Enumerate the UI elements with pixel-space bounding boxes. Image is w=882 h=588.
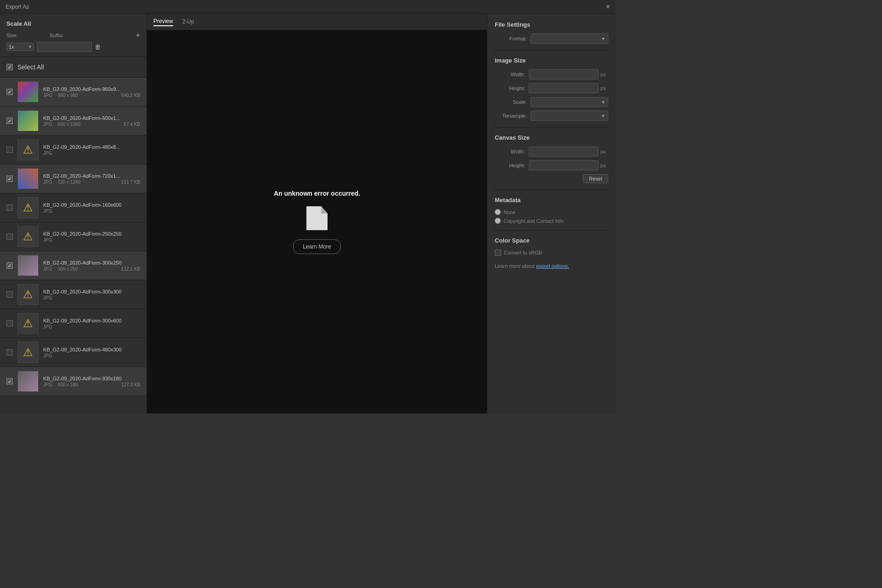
item-meta: JPG960 x 960640.2 KB [43,93,140,98]
convert-srgb-row[interactable]: Convert to sRGB [495,249,608,256]
warning-icon: ⚠ [23,201,33,214]
list-item[interactable]: ⚠KB_G2-09_2020-AdForm-160x600JPG [0,193,147,222]
item-info: KB_G2-09_2020-AdForm-480x8...JPG [43,144,140,156]
item-checkbox[interactable] [6,175,13,182]
item-name: KB_G2-09_2020-AdForm-300x250 [43,260,140,266]
tab-preview[interactable]: Preview [153,18,173,26]
metadata-title: Metadata [495,197,608,204]
trash-button[interactable]: 🗑 [95,43,101,51]
item-checkbox[interactable] [6,204,13,211]
item-checkbox[interactable] [6,147,13,153]
export-options-link[interactable]: export options. [536,263,569,269]
preview-area: An unknown error occurred. Learn More [147,30,487,413]
list-item[interactable]: KB_G2-09_2020-AdForm-300x250JPG300 x 250… [0,251,147,280]
item-size: 112.1 KB [121,266,140,271]
preview-tabs: Preview 2-Up [147,14,487,30]
canvas-width-unit: px [600,149,608,154]
canvas-height-input[interactable] [529,160,599,170]
item-size: 211.7 KB [121,180,140,185]
canvas-width-input[interactable] [529,147,599,157]
metadata-none-row[interactable]: None [495,209,608,215]
scale-select-wrapper: ▼ [531,97,608,107]
item-name: KB_G2-09_2020-AdForm-720x1... [43,173,140,179]
item-info: KB_G2-09_2020-AdForm-480x300JPG [43,347,140,358]
img-resample-label: Resample: [495,113,527,119]
item-name: KB_G2-09_2020-AdForm-480x8... [43,144,140,150]
select-all-row[interactable]: Select All [0,57,147,78]
size-select[interactable]: 1x 0.5x 2x 3x 4x [6,43,34,51]
item-name: KB_G2-09_2020-AdForm-300x300 [43,289,140,294]
list-item[interactable]: ⚠KB_G2-09_2020-AdForm-480x8...JPG [0,136,147,164]
convert-srgb-checkbox[interactable] [495,249,501,256]
suffix-label: Suffix: [50,33,66,38]
add-button[interactable]: + [136,32,140,39]
item-checkbox[interactable] [6,262,13,269]
list-item[interactable]: KB_G2-09_2020-AdForm-960x9...JPG960 x 96… [0,78,147,107]
resample-select[interactable] [531,111,608,121]
item-dims: 300 x 250 [57,266,78,271]
img-height-row: Height: px [495,83,608,93]
reset-button[interactable]: Reset [583,174,608,183]
canvas-height-row: Height: px [495,160,608,170]
list-item[interactable]: KB_G2-09_2020-AdForm-930x180JPG930 x 180… [0,367,147,396]
img-width-input[interactable] [529,69,599,79]
item-checkbox[interactable] [6,118,13,124]
warning-icon: ⚠ [23,143,33,156]
item-name: KB_G2-09_2020-AdForm-600x1... [43,115,140,121]
select-all-label: Select All [17,63,44,71]
item-name: KB_G2-09_2020-AdForm-930x180 [43,376,140,381]
item-size: 640.2 KB [121,93,140,98]
item-meta: JPG600 x 108067.4 KB [43,122,140,127]
item-list: KB_G2-09_2020-AdForm-960x9...JPG960 x 96… [0,78,147,413]
tab-2up[interactable]: 2-Up [182,18,194,26]
learn-more-prefix: Learn more about [495,263,535,269]
divider-1 [495,50,608,51]
item-type: JPG [43,295,52,300]
item-meta: JPG [43,151,140,156]
size-select-wrapper: 1x 0.5x 2x 3x 4x ▼ [6,43,34,51]
item-checkbox[interactable] [6,320,13,327]
img-height-input[interactable] [529,83,599,93]
item-checkbox[interactable] [6,378,13,384]
scale-select[interactable] [531,97,608,107]
item-info: KB_G2-09_2020-AdForm-960x9...JPG960 x 96… [43,86,140,98]
item-thumbnail: ⚠ [17,284,39,305]
item-thumbnail: ⚠ [17,313,39,334]
learn-more-button[interactable]: Learn More [293,239,340,254]
item-type: JPG [43,209,52,214]
item-checkbox[interactable] [6,233,13,240]
select-all-checkbox[interactable] [6,64,13,70]
img-width-label: Width: [495,72,525,77]
convert-srgb-label: Convert to sRGB [504,250,542,255]
format-select-wrapper: ▼ [531,34,608,44]
item-thumbnail: ⚠ [17,226,39,247]
metadata-copyright-row[interactable]: Copyright and Contact Info [495,218,608,224]
item-thumbnail [17,371,39,392]
list-item[interactable]: ⚠KB_G2-09_2020-AdForm-300x600JPG [0,309,147,338]
metadata-none-label: None [503,209,515,215]
list-item[interactable]: ⚠KB_G2-09_2020-AdForm-250x250JPG [0,222,147,251]
item-checkbox[interactable] [6,349,13,356]
item-dims: 930 x 180 [57,382,78,387]
list-item[interactable]: KB_G2-09_2020-AdForm-720x1...JPG720 x 12… [0,164,147,193]
item-dims: 600 x 1080 [57,122,80,127]
img-resample-row: Resample: ▼ [495,111,608,121]
item-meta: JPG930 x 180127.3 KB [43,382,140,387]
item-info: KB_G2-09_2020-AdForm-250x250JPG [43,231,140,243]
list-item[interactable]: ⚠KB_G2-09_2020-AdForm-480x300JPG [0,338,147,367]
item-size: 67.4 KB [124,122,140,127]
metadata-none-radio[interactable] [495,209,501,215]
item-checkbox[interactable] [6,291,13,298]
item-checkbox[interactable] [6,89,13,95]
metadata-copyright-radio[interactable] [495,218,501,224]
suffix-input[interactable] [37,42,92,52]
list-item[interactable]: KB_G2-09_2020-AdForm-600x1...JPG600 x 10… [0,107,147,136]
close-button[interactable]: × [606,3,610,11]
item-name: KB_G2-09_2020-AdForm-960x9... [43,86,140,92]
item-meta: JPG [43,295,140,300]
format-select[interactable] [531,34,608,44]
right-panel: File Settings Format: ▼ Image Size Width… [487,14,616,413]
list-item[interactable]: ⚠KB_G2-09_2020-AdForm-300x300JPG [0,280,147,309]
color-space-title: Color Space [495,237,608,244]
learn-more-text: Learn more about export options. [495,263,608,269]
